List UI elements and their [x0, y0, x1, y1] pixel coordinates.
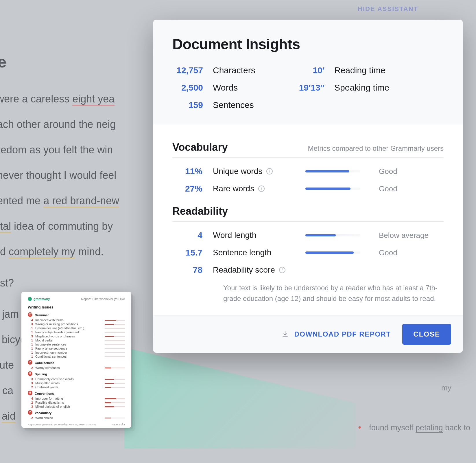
- issue-count-badge: 2: [28, 360, 32, 365]
- word-length-rating: Below average: [369, 231, 444, 240]
- issue-row: 3Misspelled words: [28, 381, 125, 385]
- document-insights-modal: Document Insights 12,757 Characters 10′ …: [153, 20, 463, 353]
- stat-reading-label: Reading time: [334, 65, 444, 75]
- rare-words-label: Rare words: [213, 184, 254, 193]
- issue-count-badge: 9: [28, 391, 32, 395]
- issue-row: 1Incorrect noun number: [28, 351, 125, 354]
- readability-explanation: Your text is likely to be understood by …: [172, 282, 444, 304]
- sentence-length-bar: [305, 251, 360, 254]
- unique-words-bar: [305, 170, 360, 172]
- sentence-length-value: 15.7: [172, 248, 213, 258]
- info-icon[interactable]: i: [279, 267, 285, 273]
- stat-words-value: 2,500: [172, 83, 213, 93]
- pdf-footer-page: Page 2 of 4: [112, 423, 125, 426]
- suggestion-list-item[interactable]: found myself petaling back to: [358, 422, 470, 432]
- sentence-length-rating: Good: [369, 248, 444, 257]
- readability-score-value: 78: [172, 265, 213, 275]
- issue-row: 3Commonly confused words: [28, 377, 125, 381]
- unique-words-value: 11%: [172, 166, 213, 176]
- stat-sentences-label: Sentences: [213, 100, 288, 110]
- pdf-footer-timestamp: Report was generated on Tuesday, May 15,…: [28, 423, 96, 426]
- info-icon[interactable]: i: [266, 168, 273, 174]
- rare-words-value: 27%: [172, 184, 213, 194]
- issue-row: 1Incomplete sentences: [28, 343, 125, 346]
- issue-row: 3Wrong or missing prepositions: [28, 322, 125, 326]
- stat-speaking-value: 19′13″: [288, 83, 334, 93]
- issue-count-badge: 17: [28, 312, 32, 317]
- pdf-report-title: Report: Bike whenever you like: [81, 297, 125, 301]
- close-button[interactable]: CLOSE: [402, 324, 451, 345]
- stat-characters-label: Characters: [213, 65, 288, 75]
- issue-row: 2Confused words: [28, 385, 125, 389]
- sentence-length-label: Sentence length: [213, 248, 271, 257]
- issue-row: 3Mixed dialects of english: [28, 405, 125, 408]
- pdf-report-preview: grammarly Report: Bike whenever you like…: [21, 292, 131, 428]
- stat-sentences-value: 159: [172, 100, 213, 110]
- bar-fill: [305, 170, 349, 172]
- issue-row: 4Incorrect verb forms: [28, 318, 125, 322]
- issue-category: Spelling: [35, 372, 47, 376]
- issue-row: 2Wordy sentences: [28, 366, 125, 370]
- stat-characters-value: 12,757: [172, 65, 213, 75]
- rare-words-rating: Good: [369, 184, 444, 193]
- info-icon[interactable]: i: [258, 185, 265, 192]
- issue-row: 2Possible dialectisms: [28, 401, 125, 404]
- stat-speaking-label: Speaking time: [334, 83, 444, 93]
- hide-assistant-link[interactable]: HIDE ASSISTANT: [358, 5, 418, 13]
- issue-row: 1Conditional sentences: [28, 355, 125, 358]
- issue-row: 2Word choice: [28, 416, 125, 420]
- word-length-value: 4: [172, 230, 213, 240]
- download-icon: [281, 330, 289, 338]
- issue-row: 1Faulty tense sequence: [28, 347, 125, 350]
- grammarly-logo: grammarly: [28, 297, 50, 301]
- stat-words-label: Words: [213, 83, 288, 93]
- download-pdf-button[interactable]: DOWNLOAD PDF REPORT: [281, 330, 391, 338]
- stat-reading-value: 10′: [288, 65, 334, 75]
- issue-row: 3Misplaced words or phrases: [28, 335, 125, 338]
- issue-count-badge: 8: [28, 371, 32, 376]
- word-length-bar: [305, 234, 360, 236]
- issue-category: Conventions: [35, 392, 54, 395]
- readability-score-label: Readability score: [213, 265, 275, 275]
- unique-words-rating: Good: [369, 167, 444, 176]
- unique-words-label: Unique words: [213, 167, 262, 176]
- issue-count-badge: 2: [28, 410, 32, 415]
- modal-title: Document Insights: [172, 36, 444, 53]
- vocabulary-heading: Vocabulary: [172, 141, 228, 153]
- issue-category: Conciseness: [35, 361, 54, 365]
- readability-heading: Readability: [172, 205, 228, 217]
- issue-row: 1Determiner use (a/an/the/this, etc.): [28, 326, 125, 330]
- issue-category: Vocabulary: [35, 411, 52, 415]
- issue-category: Grammar: [35, 313, 49, 317]
- issue-row: 1Modal verbs: [28, 339, 125, 342]
- pdf-section-heading: Writing Issues: [28, 305, 125, 309]
- issue-row: 1Faulty subject–verb agreement: [28, 330, 125, 334]
- word-length-label: Word length: [213, 231, 256, 240]
- rare-words-bar: [305, 188, 360, 190]
- vocabulary-subtext: Metrics compared to other Grammarly user…: [308, 144, 444, 153]
- issue-row: 4Improper formatting: [28, 397, 125, 400]
